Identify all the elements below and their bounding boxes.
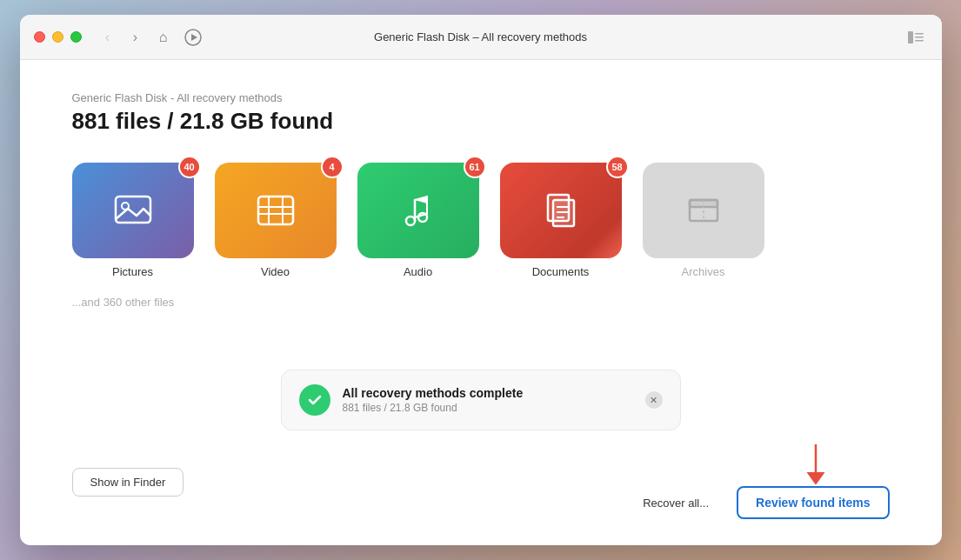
notification-bar: All recovery methods complete 881 files … xyxy=(281,370,681,430)
notification-subtitle: 881 files / 21.8 GB found xyxy=(343,402,633,414)
categories-list: 40 Pictures xyxy=(72,163,890,278)
pictures-icon xyxy=(110,188,156,233)
back-button[interactable]: ‹ xyxy=(96,25,120,50)
documents-badge: 58 xyxy=(606,156,629,178)
category-pictures[interactable]: 40 Pictures xyxy=(72,163,194,278)
right-buttons: Recover all... Review found items xyxy=(625,444,889,519)
documents-card xyxy=(500,163,622,258)
video-card xyxy=(215,163,337,258)
svg-rect-5 xyxy=(915,40,924,42)
category-archives[interactable]: Archives xyxy=(643,163,764,278)
app-window: ‹ › ⌂ Generic Flash Disk – All recovery … xyxy=(20,15,942,545)
pictures-card-wrapper: 40 xyxy=(72,163,194,258)
nav-buttons: ‹ › xyxy=(96,25,148,50)
other-files-text: ...and 360 other files xyxy=(72,296,890,309)
svg-rect-3 xyxy=(915,33,924,35)
pictures-badge: 40 xyxy=(178,156,201,178)
video-card-wrapper: 4 xyxy=(215,163,337,258)
main-heading: 881 files / 21.8 GB found xyxy=(72,108,890,135)
titlebar: ‹ › ⌂ Generic Flash Disk – All recovery … xyxy=(20,15,942,60)
bottom-buttons: Show in Finder Recover all... Review xyxy=(72,444,890,528)
documents-icon xyxy=(538,188,584,233)
notification-title: All recovery methods complete xyxy=(343,386,633,400)
bottom-area: All recovery methods complete 881 files … xyxy=(72,370,890,528)
success-icon xyxy=(299,384,330,416)
svg-point-13 xyxy=(406,217,415,225)
archives-label: Archives xyxy=(682,265,725,278)
pictures-label: Pictures xyxy=(112,265,153,278)
sidebar-button[interactable] xyxy=(904,25,928,50)
recover-all-button[interactable]: Recover all... xyxy=(625,490,726,517)
review-found-items-button[interactable]: Review found items xyxy=(737,486,889,519)
video-badge: 4 xyxy=(321,156,344,178)
show-in-finder-button[interactable]: Show in Finder xyxy=(72,468,184,497)
notification-text: All recovery methods complete 881 files … xyxy=(343,386,633,414)
svg-marker-1 xyxy=(191,34,197,41)
audio-card-wrapper: 61 xyxy=(357,163,479,258)
archives-card-wrapper xyxy=(643,163,764,258)
category-video[interactable]: 4 Video xyxy=(215,163,337,278)
video-icon xyxy=(253,188,298,233)
play-button[interactable] xyxy=(181,25,205,50)
category-audio[interactable]: 61 Audio xyxy=(357,163,479,278)
close-button[interactable] xyxy=(34,31,45,43)
svg-rect-4 xyxy=(915,37,924,38)
audio-icon xyxy=(396,188,441,233)
subtitle: Generic Flash Disk - All recovery method… xyxy=(72,91,890,104)
pictures-card xyxy=(72,163,194,258)
home-button[interactable]: ⌂ xyxy=(151,25,176,50)
category-documents[interactable]: 58 Documents xyxy=(500,163,622,278)
forward-button[interactable]: › xyxy=(123,25,148,50)
traffic-lights xyxy=(34,31,82,43)
video-label: Video xyxy=(261,265,290,278)
audio-badge: 61 xyxy=(464,156,486,178)
archives-icon xyxy=(681,188,726,233)
maximize-button[interactable] xyxy=(70,31,82,43)
audio-label: Audio xyxy=(404,265,432,278)
svg-rect-2 xyxy=(908,31,913,43)
window-title: Generic Flash Disk – All recovery method… xyxy=(374,30,587,43)
documents-label: Documents xyxy=(532,265,590,278)
audio-card xyxy=(357,163,479,258)
main-content: Generic Flash Disk - All recovery method… xyxy=(20,60,942,545)
svg-rect-16 xyxy=(553,200,574,226)
documents-card-wrapper: 58 xyxy=(500,163,622,258)
archives-card xyxy=(643,163,764,258)
red-arrow xyxy=(803,444,829,488)
notification-close-button[interactable]: ✕ xyxy=(645,391,663,409)
svg-rect-8 xyxy=(258,197,293,224)
minimize-button[interactable] xyxy=(52,31,63,43)
